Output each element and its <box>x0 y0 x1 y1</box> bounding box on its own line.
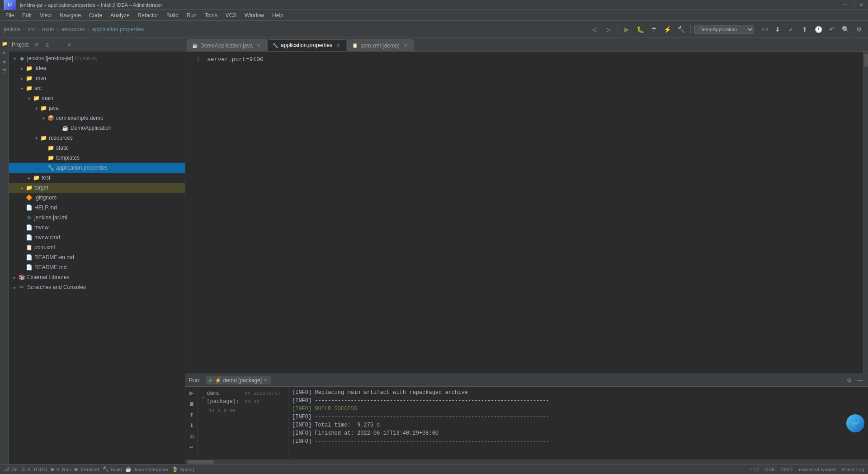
panel-collapse-btn[interactable]: — <box>54 40 63 49</box>
tree-target[interactable]: ▸ 📁 target <box>9 183 185 193</box>
build-task-item[interactable]: ✓ demo [package]: at 2022/6/17 13:40 <box>202 389 284 407</box>
menu-code[interactable]: Code <box>85 11 106 19</box>
menu-navigate[interactable]: Navigate <box>56 11 85 19</box>
tree-static[interactable]: 📁 static <box>9 143 185 153</box>
tree-resources[interactable]: ▾ 📁 resources <box>9 133 185 143</box>
tab-close-pom[interactable]: ✕ <box>402 43 409 49</box>
tree-java[interactable]: ▾ 📁 java <box>9 103 185 113</box>
tab-close-app-props[interactable]: ✕ <box>335 42 341 48</box>
status-todo[interactable]: ⚠ 6: TODO <box>21 466 47 472</box>
tree-helpmd[interactable]: 📄 HELP.md <box>9 203 185 213</box>
menu-analyze[interactable]: Analyze <box>107 11 133 19</box>
tree-mvn[interactable]: ▸ 📁 .mvn <box>9 73 185 83</box>
tab-close-demo-app[interactable]: ✕ <box>255 43 262 49</box>
build-output[interactable]: [INFO] Replacing main artifact with repa… <box>288 387 868 460</box>
wrap-button[interactable]: ↵ <box>187 443 196 452</box>
settings-button[interactable]: ⚙ <box>854 24 864 35</box>
navigate-back-button[interactable]: ◁ <box>590 24 600 35</box>
editor-scrollbar[interactable] <box>863 52 868 374</box>
status-terminal[interactable]: ▶ Terminal <box>75 466 99 472</box>
tree-readme-en[interactable]: 📄 README.en.md <box>9 252 185 262</box>
tree-label-test: test <box>42 175 50 181</box>
maximize-button[interactable]: □ <box>850 2 856 8</box>
search-everywhere-button[interactable]: 🔍 <box>840 24 851 35</box>
navigate-forward-button[interactable]: ▷ <box>603 24 614 35</box>
run-tab-close[interactable]: ✕ <box>264 378 267 383</box>
menu-window[interactable]: Window <box>241 11 268 19</box>
status-run[interactable]: ▶ 4: Run <box>51 466 71 472</box>
activity-project[interactable]: 📁 <box>1 40 8 47</box>
coverage-button[interactable]: ☂ <box>649 24 660 35</box>
vcs-revert-button[interactable]: ↶ <box>826 24 837 35</box>
filter-button[interactable]: ⊞ <box>187 432 196 441</box>
vcs-push-button[interactable]: ⬆ <box>799 24 810 35</box>
tree-readme[interactable]: 📄 README.md <box>9 262 185 272</box>
status-build[interactable]: 🔨 Build <box>103 466 122 472</box>
activity-favorites[interactable]: ★ <box>1 58 8 65</box>
tree-external-libs[interactable]: ▸ 📚 External Libraries <box>9 272 185 282</box>
status-spaces[interactable]: masters4 spaces <box>799 467 836 472</box>
vcs-history-button[interactable]: 🕐 <box>813 24 824 35</box>
tree-app-properties[interactable]: 🔧 application.properties <box>9 163 185 173</box>
tree-gitignore[interactable]: 🔶 .gitignore <box>9 193 185 203</box>
panel-settings-button[interactable]: ⚙ <box>844 376 854 385</box>
menu-run[interactable]: Run <box>183 11 200 19</box>
menu-vcs[interactable]: VCS <box>222 11 241 19</box>
status-position[interactable]: 1:17 <box>750 467 759 472</box>
tab-pom-xml[interactable]: 📋 pom.xml (demo) ✕ <box>347 39 414 51</box>
build-button[interactable]: 🔨 <box>676 24 687 35</box>
tree-pom[interactable]: 📋 pom.xml <box>9 242 185 252</box>
menu-refactor[interactable]: Refactor <box>134 11 162 19</box>
run-config-selector[interactable]: DemoApplication <box>694 25 754 34</box>
tree-test[interactable]: ▸ 📁 test <box>9 173 185 183</box>
ext-libs-icon: 📚 <box>18 274 25 280</box>
panel-expand-btn[interactable]: ⊞ <box>43 40 52 49</box>
tree-root[interactable]: ▾ ◆ jenkins [jenkins-jar] D:/jenkins <box>9 53 185 63</box>
tree-main[interactable]: ▾ 📁 main <box>9 93 185 103</box>
status-line-sep[interactable]: CRLF <box>781 467 794 472</box>
panel-settings-btn[interactable]: ⚙ <box>32 40 41 49</box>
vcs-update-button[interactable]: ⬇ <box>772 24 783 35</box>
status-event-log[interactable]: Event Log <box>842 467 864 472</box>
vcs-commit-button[interactable]: ✓ <box>786 24 797 35</box>
tree-mvnw[interactable]: 📄 mvnw <box>9 223 185 232</box>
panel-close-btn[interactable]: ✕ <box>65 40 74 49</box>
menu-file[interactable]: File <box>2 11 18 19</box>
minimize-button[interactable]: ─ <box>842 2 848 8</box>
bottom-scrollbar[interactable] <box>185 460 868 464</box>
status-git[interactable]: ⎇ Git <box>4 466 18 472</box>
editor-code[interactable]: server.port=9100 <box>203 52 863 374</box>
tab-app-properties[interactable]: 🔧 application.properties ✕ <box>268 39 346 51</box>
status-java-enterprise[interactable]: ☕ Java Enterprise <box>125 466 168 472</box>
tree-scratches[interactable]: ▸ ✏ Scratches and Consoles <box>9 282 185 292</box>
tree-idea[interactable]: ▸ 📁 .idea <box>9 63 185 73</box>
debug-button[interactable]: 🐛 <box>635 24 646 35</box>
tree-src[interactable]: ▾ 📁 src <box>9 83 185 93</box>
status-encoding[interactable]: GBK <box>764 467 775 472</box>
close-button[interactable]: ✕ <box>858 2 864 8</box>
menu-help[interactable]: Help <box>269 11 287 19</box>
profile-button[interactable]: ⚡ <box>662 24 673 35</box>
stop-button[interactable]: ⏹ <box>187 399 196 408</box>
menu-tools[interactable]: Tools <box>201 11 221 19</box>
tab-xml-icon: 📋 <box>352 43 358 48</box>
scroll-end-button[interactable]: ⬇ <box>187 421 196 430</box>
panel-minimize-button[interactable]: — <box>855 376 864 385</box>
menu-build[interactable]: Build <box>163 11 182 19</box>
run-tab[interactable]: ▶ ⚡ demo [package] ✕ <box>206 376 271 384</box>
tree-mvnw-cmd[interactable]: 📄 mvnw.cmd <box>9 232 185 242</box>
activity-structure[interactable]: ≡ <box>1 49 8 56</box>
scroll-top-button[interactable]: ⬆ <box>187 410 196 419</box>
rerun-button[interactable]: ▶ <box>187 389 196 398</box>
window-controls[interactable]: ─ □ ✕ <box>842 2 864 8</box>
tree-demo-app[interactable]: ☕ DemoApplication <box>9 123 185 133</box>
tree-package[interactable]: ▾ 📦 com.example.demo <box>9 113 185 123</box>
tab-demo-application[interactable]: ☕ DemoApplication.java ✕ <box>187 39 267 51</box>
status-spring[interactable]: 🍃 Spring <box>172 466 194 472</box>
activity-build-queue[interactable]: ☰ <box>1 67 8 74</box>
menu-view[interactable]: View <box>36 11 55 19</box>
menu-edit[interactable]: Edit <box>19 11 35 19</box>
run-button[interactable]: ▶ <box>622 24 632 35</box>
tree-templates[interactable]: 📁 templates <box>9 153 185 163</box>
tree-iml[interactable]: ⚙ jenkins-jar.iml <box>9 213 185 223</box>
